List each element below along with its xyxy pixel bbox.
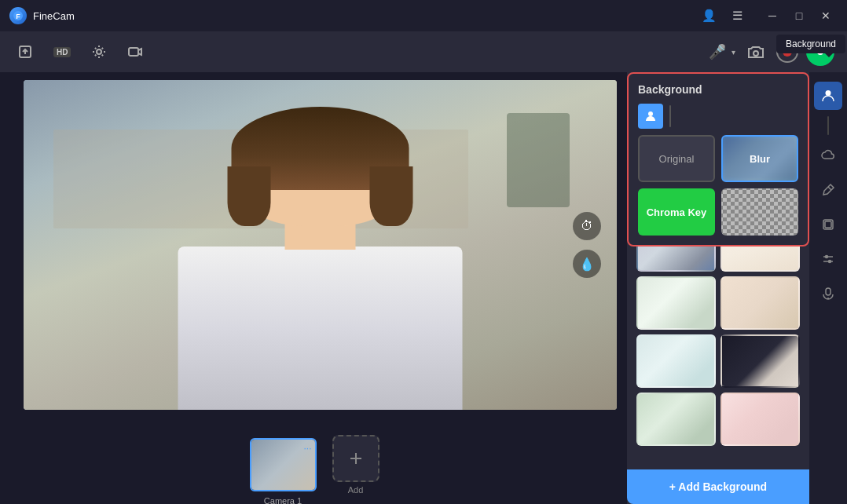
bg-option-blur[interactable]: Blur [721,135,798,182]
bg-image-7[interactable] [636,276,716,330]
export-button[interactable] [13,41,38,63]
svg-text:F: F [16,13,20,20]
bg-option-remove[interactable] [721,188,798,236]
bg-popup-top-row [638,104,798,129]
bg-option-original[interactable]: Original [638,135,715,182]
main-content-area: ⏱ 💧 ··· Camera 1 Add [0,72,629,504]
side-layers-button[interactable] [814,210,842,239]
bg-image-8[interactable] [720,276,800,330]
svg-point-16 [826,256,828,258]
account-button[interactable]: 👤 [698,5,720,27]
camera-1-item: ··· Camera 1 [250,438,317,491]
minimize-button[interactable]: ─ [761,5,784,27]
svg-rect-18 [826,288,830,295]
camera-1-label: Camera 1 [264,496,302,504]
mic-group: 🎤 ▾ [705,39,735,64]
side-mic-button[interactable] [814,279,842,308]
side-person-button[interactable] [814,82,842,110]
bg-image-11[interactable] [636,393,716,446]
svg-point-9 [648,111,653,116]
add-camera-item: Add [332,435,380,495]
side-brush-button[interactable] [814,176,842,204]
virtual-cam-button[interactable] [123,41,148,63]
tooltip-arrow [825,53,833,61]
toolbar-left-group: HD [13,41,148,63]
bg-blur-label: Blur [750,153,770,165]
background-tooltip: Background [776,35,845,53]
app-title: FineCam [33,10,698,22]
background-options-popup: Background Original Blur [627,72,809,247]
svg-line-11 [828,187,831,190]
video-timer-button[interactable]: ⏱ [573,212,601,240]
svg-rect-4 [129,48,138,56]
settings-button[interactable] [86,41,112,63]
panel-scroll-content: Background Original Blur [627,72,809,504]
scene-plant [507,113,570,207]
hd-button[interactable]: HD [49,44,75,60]
person-silhouette [142,113,498,410]
camera-strip: ··· Camera 1 Add [0,425,629,504]
bg-options-grid: Original Blur Chroma Key [638,135,798,236]
add-camera-label: Add [348,485,364,495]
maximize-button[interactable]: □ [787,5,811,27]
video-filter-button[interactable]: 💧 [573,250,601,278]
svg-point-3 [97,49,101,54]
side-separator [827,116,829,135]
bg-separator [669,105,671,127]
camera-1-indicator: ··· [303,443,311,454]
mic-button[interactable]: 🎤 [705,39,730,64]
side-sliders-button[interactable] [814,245,842,273]
bg-person-button[interactable] [638,104,663,129]
svg-rect-13 [825,221,831,228]
video-background: ⏱ 💧 [24,80,617,410]
svg-point-5 [754,51,758,56]
app-logo: F [9,7,27,24]
main-toolbar: HD 🎤 ▾ [0,31,847,72]
title-bar-action-icons: 👤 ☰ [698,5,748,27]
hd-badge: HD [53,47,71,57]
background-tooltip-container: Background [776,35,845,53]
video-preview: ⏱ 💧 [24,80,617,410]
side-cloud-button[interactable] [814,141,842,170]
add-camera-button[interactable] [332,435,380,482]
right-panel: Background Original Blur [627,72,847,504]
svg-point-10 [826,90,831,96]
side-icons-panel [809,72,847,504]
bg-image-10[interactable] [720,334,800,388]
bg-option-chroma[interactable]: Chroma Key [638,188,715,236]
bg-image-12[interactable] [720,393,800,446]
menu-button[interactable]: ☰ [726,5,748,27]
bg-image-9[interactable] [636,334,716,388]
background-popup-title: Background [638,83,798,96]
window-controls: ─ □ ✕ [761,5,838,27]
camera-1-thumb[interactable]: ··· [250,438,317,491]
add-background-button[interactable]: + Add Background [627,469,809,504]
camera-button[interactable] [743,39,768,64]
close-button[interactable]: ✕ [814,5,838,27]
video-side-controls: ⏱ 💧 [573,212,601,278]
svg-point-17 [829,261,831,263]
mic-chevron-icon[interactable]: ▾ [732,48,735,57]
title-bar: F FineCam 👤 ☰ ─ □ ✕ [0,0,847,31]
